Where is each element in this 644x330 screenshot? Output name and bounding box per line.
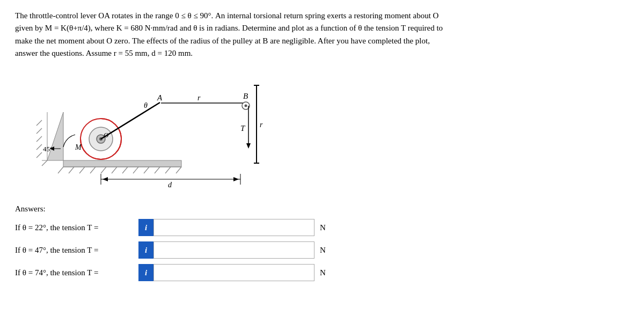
- answer-label-3: If θ = 74°, the tension T =: [15, 268, 138, 277]
- answer-row-3: If θ = 74°, the tension T = i N: [15, 264, 629, 281]
- problem-line2: given by M = K(θ+π/4), where K = 680 N·m…: [15, 24, 443, 32]
- answers-label: Answers:: [15, 204, 629, 214]
- B-label: B: [243, 92, 248, 100]
- problem-text: The throttle-control lever OA rotates in…: [15, 10, 627, 60]
- svg-line-11: [155, 167, 160, 173]
- unit-label-3: N: [320, 268, 326, 277]
- diagram-area: A r B r T d: [31, 69, 629, 193]
- O-label: O: [104, 131, 109, 139]
- svg-marker-35: [246, 143, 251, 149]
- info-button-2[interactable]: i: [138, 241, 153, 259]
- svg-line-19: [36, 136, 42, 142]
- answer-row-2: If θ = 47°, the tension T = i N: [15, 241, 629, 259]
- svg-line-6: [101, 167, 106, 173]
- M-label: M: [75, 143, 82, 151]
- svg-line-17: [36, 152, 42, 158]
- info-button-1[interactable]: i: [138, 219, 153, 236]
- answer-input-wrapper-3: i: [138, 264, 314, 281]
- unit-label-2: N: [320, 246, 326, 255]
- svg-line-3: [69, 167, 74, 173]
- problem-line4: answer the questions. Assume r = 55 mm, …: [15, 49, 193, 57]
- svg-line-2: [58, 167, 63, 173]
- answer-row-1: If θ = 22°, the tension T = i N: [15, 219, 629, 236]
- answer-input-1[interactable]: [153, 219, 314, 236]
- svg-line-7: [112, 167, 117, 173]
- svg-rect-0: [63, 160, 181, 167]
- svg-line-16: [42, 160, 47, 166]
- diagram-svg: A r B r T d: [31, 69, 342, 193]
- d-label: d: [168, 181, 172, 189]
- svg-line-8: [122, 167, 128, 173]
- svg-line-10: [144, 167, 149, 173]
- svg-point-30: [245, 105, 247, 107]
- svg-marker-37: [103, 177, 108, 181]
- problem-line3: make the net moment about O zero. The ef…: [15, 36, 430, 45]
- problem-line1: The throttle-control lever OA rotates in…: [15, 11, 438, 20]
- svg-line-20: [36, 128, 42, 134]
- unit-label-1: N: [320, 223, 326, 232]
- svg-line-21: [36, 120, 42, 126]
- svg-line-5: [90, 167, 96, 173]
- T-label: T: [240, 124, 246, 133]
- svg-line-12: [165, 167, 171, 173]
- r-label: r: [197, 94, 201, 102]
- svg-line-4: [79, 167, 85, 173]
- svg-marker-14: [47, 112, 63, 160]
- A-label: A: [157, 93, 163, 102]
- svg-line-18: [36, 144, 42, 150]
- answer-input-2[interactable]: [153, 241, 314, 259]
- answer-input-3[interactable]: [153, 264, 314, 281]
- r2-label: r: [260, 121, 263, 129]
- info-button-3[interactable]: i: [138, 264, 153, 281]
- answer-input-wrapper-2: i: [138, 241, 314, 259]
- svg-marker-38: [233, 177, 239, 181]
- answers-section: Answers: If θ = 22°, the tension T = i N…: [15, 204, 629, 281]
- answer-input-wrapper-1: i: [138, 219, 314, 236]
- answer-label-2: If θ = 47°, the tension T =: [15, 246, 138, 255]
- svg-line-13: [176, 167, 181, 173]
- svg-line-9: [133, 167, 138, 173]
- answer-label-1: If θ = 22°, the tension T =: [15, 223, 138, 232]
- theta-label: θ: [144, 101, 148, 109]
